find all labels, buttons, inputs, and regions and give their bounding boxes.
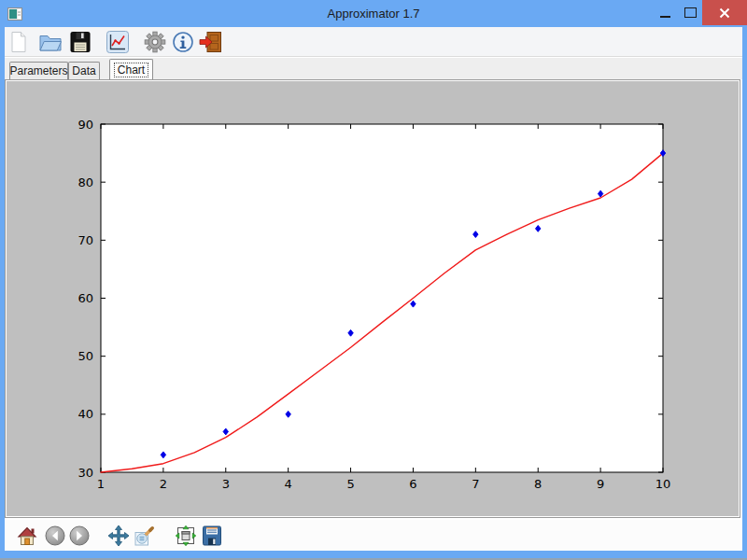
svg-text:5: 5 bbox=[346, 477, 354, 491]
chart-plot: 1234567891030405060708090 bbox=[7, 81, 739, 516]
svg-text:60: 60 bbox=[78, 291, 93, 305]
svg-text:40: 40 bbox=[78, 407, 93, 421]
title-bar[interactable]: Approximator 1.7 bbox=[0, 0, 747, 27]
window-border-right bbox=[742, 27, 747, 551]
open-folder-icon bbox=[38, 30, 63, 54]
settings-button[interactable] bbox=[142, 29, 168, 55]
exit-button[interactable] bbox=[198, 29, 224, 55]
save-button[interactable] bbox=[67, 29, 93, 55]
home-icon bbox=[16, 525, 38, 547]
svg-text:9: 9 bbox=[597, 477, 604, 491]
tab-parameters-label: Parameters bbox=[9, 64, 67, 77]
back-icon bbox=[44, 525, 66, 547]
app-window: Approximator 1.7 bbox=[0, 0, 747, 560]
chart-icon bbox=[106, 30, 130, 54]
back-button[interactable] bbox=[43, 524, 67, 548]
open-button[interactable] bbox=[37, 29, 63, 55]
forward-icon bbox=[68, 525, 91, 547]
minimize-button[interactable] bbox=[652, 0, 678, 25]
new-button[interactable] bbox=[6, 29, 32, 55]
svg-text:10: 10 bbox=[655, 477, 671, 491]
zoom-rect-button[interactable] bbox=[133, 524, 157, 548]
svg-text:2: 2 bbox=[160, 477, 167, 491]
notebook-page: 1234567891030405060708090 bbox=[5, 79, 740, 518]
svg-text:7: 7 bbox=[472, 477, 479, 491]
figure-canvas[interactable]: 1234567891030405060708090 bbox=[7, 81, 739, 516]
save-floppy-icon bbox=[68, 30, 92, 54]
svg-text:70: 70 bbox=[78, 233, 93, 247]
exit-door-icon bbox=[199, 30, 223, 54]
info-icon bbox=[172, 31, 194, 53]
plot-nav-toolbar bbox=[5, 520, 742, 551]
svg-text:50: 50 bbox=[78, 349, 93, 363]
window-border-bottom bbox=[0, 551, 747, 558]
svg-text:8: 8 bbox=[534, 477, 542, 491]
tab-bar: Parameters Data Chart bbox=[5, 58, 742, 79]
about-button[interactable] bbox=[170, 29, 196, 55]
tab-parameters[interactable]: Parameters bbox=[9, 62, 68, 79]
svg-text:1: 1 bbox=[97, 477, 105, 491]
tab-data[interactable]: Data bbox=[68, 62, 100, 79]
zoom-rect-icon bbox=[134, 525, 156, 547]
save-figure-icon bbox=[201, 525, 223, 547]
chart-button[interactable] bbox=[105, 29, 131, 55]
svg-text:3: 3 bbox=[222, 477, 230, 491]
subplots-button[interactable] bbox=[174, 524, 198, 548]
close-button[interactable] bbox=[702, 0, 747, 25]
tab-chart-label: Chart bbox=[114, 63, 148, 77]
client-area: Parameters Data Chart 123456789103040506… bbox=[5, 27, 742, 551]
tab-data-label: Data bbox=[72, 64, 95, 77]
svg-text:6: 6 bbox=[409, 477, 416, 491]
svg-text:4: 4 bbox=[285, 477, 292, 491]
new-file-icon bbox=[7, 30, 31, 54]
subplots-icon bbox=[175, 525, 197, 547]
forward-button[interactable] bbox=[67, 524, 92, 548]
gear-icon bbox=[143, 30, 167, 54]
svg-text:80: 80 bbox=[78, 175, 93, 189]
window-title: Approximator 1.7 bbox=[0, 7, 747, 21]
minimize-icon bbox=[660, 16, 670, 18]
pan-button[interactable] bbox=[106, 524, 131, 548]
tab-chart[interactable]: Chart bbox=[109, 59, 153, 79]
maximize-button[interactable] bbox=[678, 0, 702, 25]
maximize-icon bbox=[684, 7, 697, 18]
close-icon bbox=[719, 7, 730, 19]
svg-text:90: 90 bbox=[78, 118, 93, 132]
save-figure-button[interactable] bbox=[200, 524, 224, 548]
main-toolbar bbox=[5, 27, 742, 57]
svg-text:30: 30 bbox=[78, 466, 93, 480]
pan-arrows-icon bbox=[107, 525, 130, 547]
home-button[interactable] bbox=[15, 524, 39, 548]
